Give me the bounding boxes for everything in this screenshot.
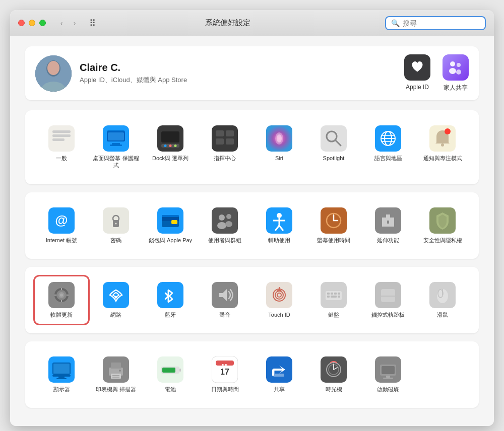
svg-rect-56 xyxy=(212,207,238,234)
pref-item-mission[interactable]: 指揮中心 xyxy=(199,120,251,174)
pref-item-display[interactable]: 顯示器 xyxy=(35,351,88,398)
svg-rect-16 xyxy=(112,143,120,145)
grid-section-3: 軟體更新網路藍牙聲音Touch ID鍵盤觸控式軌跡板滑鼠 xyxy=(25,267,479,333)
pref-item-touchid[interactable]: Touch ID xyxy=(253,277,305,323)
svg-rect-18 xyxy=(108,132,124,140)
svg-text:JUL: JUL xyxy=(221,363,228,368)
apple-id-action[interactable]: Apple ID xyxy=(404,54,430,92)
accessibility-label: 輔助使用 xyxy=(268,237,290,244)
desktop-icon xyxy=(103,125,129,152)
family-svg xyxy=(447,59,464,76)
svg-point-3 xyxy=(47,61,59,75)
svg-rect-25 xyxy=(212,125,238,152)
svg-text:@: @ xyxy=(55,212,68,228)
pref-item-network[interactable]: 網路 xyxy=(90,277,142,323)
pref-item-printer[interactable]: 印表機與 掃描器 xyxy=(90,351,142,398)
pref-item-security[interactable]: 安全性與隱私權 xyxy=(416,202,469,249)
titlebar: ‹ › ⠿ 系統偏好設定 🔍 xyxy=(10,10,494,36)
svg-point-5 xyxy=(450,61,455,66)
pref-item-spotlight[interactable]: Spotlight xyxy=(307,120,360,174)
security-icon xyxy=(429,207,456,234)
svg-rect-17 xyxy=(110,145,122,146)
pref-item-general[interactable]: 一般 xyxy=(35,120,88,174)
bluetooth-label: 藍牙 xyxy=(165,311,176,318)
language-icon xyxy=(375,125,401,152)
svg-rect-102 xyxy=(334,293,337,295)
family-sharing-action[interactable]: 家人共享 xyxy=(443,54,469,92)
spotlight-icon xyxy=(321,125,347,152)
svg-rect-129 xyxy=(179,369,181,372)
svg-rect-130 xyxy=(162,368,175,373)
pref-item-extensions[interactable]: 延伸功能 xyxy=(362,202,414,249)
profile-subtitle: Apple ID、iCloud、媒體與 App Store xyxy=(80,76,404,85)
svg-point-23 xyxy=(169,145,172,147)
close-button[interactable] xyxy=(18,20,25,26)
pref-item-sharing[interactable]: 共享 xyxy=(253,351,305,398)
datetime-label: 日期與時間 xyxy=(211,386,239,393)
pref-item-keyboard[interactable]: 鍵盤 xyxy=(307,277,360,323)
svg-point-58 xyxy=(217,222,226,229)
svg-point-7 xyxy=(457,63,461,67)
avatar-svg xyxy=(35,55,72,92)
svg-point-43 xyxy=(441,143,444,147)
pref-item-internet[interactable]: @Internet 帳號 xyxy=(35,202,88,249)
network-label: 網路 xyxy=(110,311,121,318)
back-button[interactable]: ‹ xyxy=(56,18,67,29)
svg-text:17: 17 xyxy=(220,368,229,376)
grid-section-4: 顯示器印表機與 掃描器電池JUL17日期與時間共享時光機啟動磁碟 xyxy=(25,341,479,408)
window-title: 系統偏好設定 xyxy=(71,18,385,28)
pref-item-sound[interactable]: 聲音 xyxy=(199,277,251,323)
pref-item-screentime[interactable]: 螢幕使用時間 xyxy=(307,202,360,249)
dock-icon xyxy=(157,125,183,152)
pref-item-mouse[interactable]: 滑鼠 xyxy=(416,277,469,323)
network-icon xyxy=(103,282,129,308)
svg-rect-106 xyxy=(338,296,340,298)
software-label: 軟體更新 xyxy=(50,311,73,318)
svg-rect-33 xyxy=(321,125,347,152)
pref-item-datetime[interactable]: JUL17日期與時間 xyxy=(199,351,251,398)
screentime-label: 螢幕使用時間 xyxy=(317,237,350,244)
search-input[interactable] xyxy=(403,19,478,27)
maximize-button[interactable] xyxy=(39,20,46,26)
pref-item-password[interactable]: 密碼 xyxy=(90,202,142,249)
svg-rect-146 xyxy=(383,378,393,379)
svg-rect-104 xyxy=(327,296,330,298)
apple-id-icon xyxy=(404,54,430,81)
pref-item-trackpad[interactable]: 觸控式軌跡板 xyxy=(362,277,414,323)
pref-item-siri[interactable]: Siri xyxy=(253,120,305,174)
profile-section: Claire C. Apple ID、iCloud、媒體與 App Store … xyxy=(25,46,479,100)
pref-item-bluetooth[interactable]: 藍牙 xyxy=(144,277,197,323)
pref-grid-2: @Internet 帳號密碼錢包與 Apple Pay使用者與群組輔助使用螢幕使… xyxy=(35,202,469,249)
profile-actions: Apple ID 家人共享 xyxy=(404,54,469,92)
pref-item-software[interactable]: 軟體更新 xyxy=(35,277,88,323)
pref-item-desktop[interactable]: 桌面與螢幕 保護程式 xyxy=(90,120,142,174)
search-box[interactable]: 🔍 xyxy=(385,16,486,30)
battery-label: 電池 xyxy=(165,386,176,393)
svg-point-78 xyxy=(60,294,63,297)
svg-point-44 xyxy=(445,128,451,134)
pref-item-wallet[interactable]: 錢包與 Apple Pay xyxy=(144,202,197,249)
svg-point-84 xyxy=(115,296,117,298)
pref-item-dock[interactable]: Dock與 選單列 xyxy=(144,120,197,174)
grid-section-1: 一般桌面與螢幕 保護程式Dock與 選單列指揮中心SiriSpotlight語言… xyxy=(25,110,479,184)
profile-info: Claire C. Apple ID、iCloud、媒體與 App Store xyxy=(80,62,404,85)
extensions-label: 延伸功能 xyxy=(377,237,399,244)
users-label: 使用者與群組 xyxy=(208,237,241,244)
pref-item-notifications[interactable]: 通知與專注模式 xyxy=(416,120,469,174)
mouse-label: 滑鼠 xyxy=(437,311,448,318)
svg-point-8 xyxy=(456,69,461,75)
pref-item-timemachine[interactable]: 時光機 xyxy=(307,351,360,398)
profile-name: Claire C. xyxy=(80,62,404,74)
pref-item-battery[interactable]: 電池 xyxy=(144,351,197,398)
svg-rect-28 xyxy=(216,138,224,145)
svg-point-32 xyxy=(277,134,282,142)
pref-item-language[interactable]: 語言與地區 xyxy=(362,120,414,174)
svg-rect-55 xyxy=(162,215,179,217)
minimize-button[interactable] xyxy=(29,20,35,26)
startup-icon xyxy=(375,356,401,383)
pref-item-users[interactable]: 使用者與群組 xyxy=(199,202,251,249)
pref-item-startup[interactable]: 啟動磁碟 xyxy=(362,351,414,398)
touchid-label: Touch ID xyxy=(268,311,290,318)
users-icon xyxy=(212,207,238,234)
pref-item-accessibility[interactable]: 輔助使用 xyxy=(253,202,305,249)
